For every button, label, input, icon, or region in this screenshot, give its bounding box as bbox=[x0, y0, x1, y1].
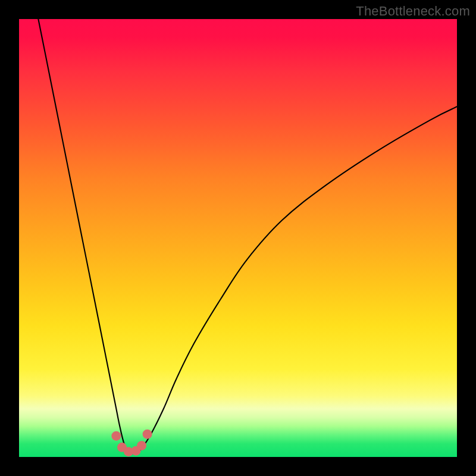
valley-marker bbox=[143, 430, 152, 439]
watermark-text: TheBottleneck.com bbox=[356, 4, 470, 19]
bottleneck-curve bbox=[36, 19, 457, 453]
plot-area bbox=[19, 19, 457, 457]
chart-frame: TheBottleneck.com bbox=[0, 0, 476, 476]
valley-marker bbox=[111, 431, 121, 441]
curve-layer bbox=[19, 19, 457, 457]
valley-marker bbox=[137, 441, 146, 450]
